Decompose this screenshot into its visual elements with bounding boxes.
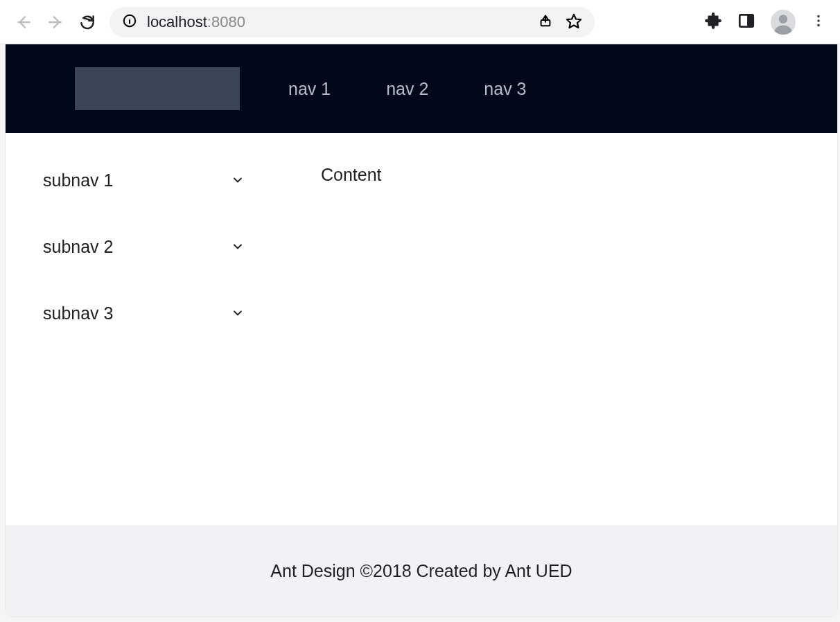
back-button[interactable] — [14, 12, 33, 32]
main-content: Content — [279, 133, 837, 525]
app-footer: Ant Design ©2018 Created by Ant UED — [6, 525, 837, 616]
url-text: localhost:8080 — [147, 13, 245, 31]
browser-menu-button[interactable] — [811, 13, 826, 31]
reload-button[interactable] — [78, 12, 97, 32]
extensions-button[interactable] — [704, 12, 722, 33]
svg-marker-5 — [567, 15, 581, 28]
person-icon — [771, 10, 796, 35]
kebab-icon — [811, 13, 826, 28]
arrow-right-icon — [46, 13, 64, 31]
top-nav: nav 1 nav 2 nav 3 — [288, 79, 527, 99]
browser-toolbar: localhost:8080 — [0, 0, 840, 44]
nav-item-1[interactable]: nav 1 — [288, 79, 331, 99]
chevron-down-icon — [231, 173, 245, 187]
reload-icon — [78, 13, 96, 31]
subnav-item-2[interactable]: subnav 2 — [43, 213, 259, 280]
subnav-item-3[interactable]: subnav 3 — [43, 280, 259, 346]
subnav-label: subnav 2 — [43, 237, 113, 257]
svg-point-8 — [779, 15, 788, 24]
forward-button[interactable] — [46, 12, 65, 32]
svg-rect-7 — [747, 15, 753, 26]
panel-button[interactable] — [737, 12, 755, 33]
nav-item-2[interactable]: nav 2 — [386, 79, 428, 99]
svg-point-2 — [130, 17, 130, 18]
arrow-left-icon — [15, 13, 33, 31]
address-bar[interactable]: localhost:8080 — [110, 7, 595, 37]
puzzle-icon — [704, 12, 722, 30]
share-button[interactable] — [538, 13, 553, 31]
site-info-icon[interactable] — [122, 13, 137, 31]
svg-point-11 — [817, 24, 820, 26]
url-port: :8080 — [207, 13, 245, 31]
svg-point-9 — [817, 15, 820, 17]
svg-point-10 — [817, 19, 820, 22]
bookmark-button[interactable] — [566, 12, 582, 32]
url-host: localhost — [147, 13, 207, 31]
star-icon — [566, 12, 582, 29]
chevron-down-icon — [231, 306, 245, 320]
app-body: subnav 1 subnav 2 subnav 3 Content — [6, 133, 837, 525]
logo-placeholder — [75, 67, 240, 110]
nav-item-3[interactable]: nav 3 — [484, 79, 526, 99]
page-viewport: nav 1 nav 2 nav 3 subnav 1 subnav 2 subn… — [6, 44, 837, 616]
footer-text: Ant Design ©2018 Created by Ant UED — [270, 561, 572, 581]
panel-icon — [737, 12, 755, 30]
sidebar: subnav 1 subnav 2 subnav 3 — [6, 133, 279, 525]
subnav-item-1[interactable]: subnav 1 — [43, 147, 259, 213]
profile-avatar[interactable] — [771, 10, 796, 35]
subnav-label: subnav 1 — [43, 170, 113, 190]
app-header: nav 1 nav 2 nav 3 — [6, 44, 837, 133]
subnav-label: subnav 3 — [43, 303, 113, 323]
chevron-down-icon — [231, 240, 245, 254]
content-text: Content — [321, 165, 382, 184]
share-icon — [538, 13, 553, 28]
info-icon — [122, 13, 137, 28]
